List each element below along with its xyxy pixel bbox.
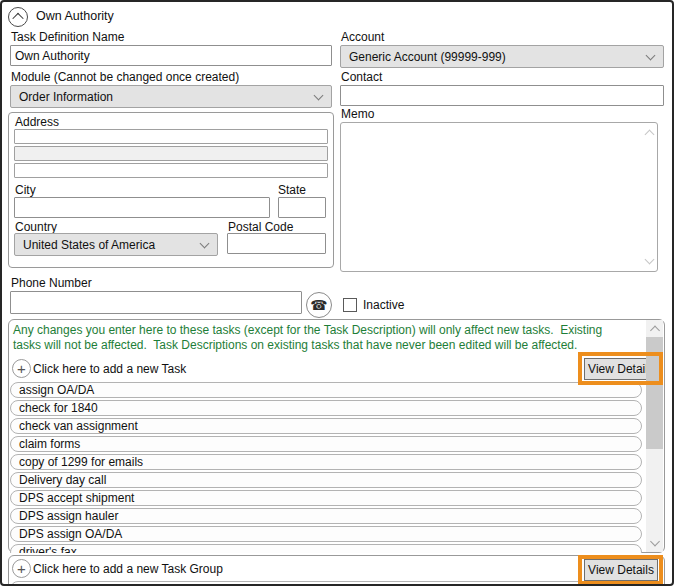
contact-input[interactable] <box>340 85 664 106</box>
task-name: check van assignment <box>19 419 138 433</box>
state-input[interactable] <box>278 197 326 218</box>
phone-number-label: Phone Number <box>11 277 92 290</box>
task-list-item[interactable]: DPS assign hauler <box>10 508 642 524</box>
task-list-item[interactable]: driver's fax <box>10 544 642 553</box>
task-name: DPS assign OA/DA <box>19 527 122 541</box>
task-list-item[interactable]: check for 1840 <box>10 400 642 416</box>
memo-textarea[interactable] <box>340 122 658 272</box>
contact-label: Contact <box>341 71 382 84</box>
task-name: check for 1840 <box>19 401 98 415</box>
country-selected-value: United States of America <box>23 238 155 252</box>
task-list-item[interactable]: DPS assign OA/DA <box>10 526 642 542</box>
add-task-label[interactable]: Click here to add a new Task <box>33 362 186 376</box>
task-name: driver's fax <box>19 545 77 553</box>
task-list-item[interactable]: claim forms <box>10 436 642 452</box>
postal-code-input[interactable] <box>227 233 326 254</box>
address-line3-input[interactable] <box>14 163 328 178</box>
inactive-checkbox[interactable] <box>343 298 357 312</box>
address-line1-input[interactable] <box>14 129 328 144</box>
task-name: DPS assign hauler <box>19 509 118 523</box>
country-select[interactable]: United States of America <box>14 233 218 256</box>
task-list-item[interactable]: Delivery day call <box>10 472 642 488</box>
scroll-up-icon[interactable] <box>645 130 655 140</box>
city-label: City <box>15 184 36 197</box>
task-list-scrollbar[interactable] <box>646 320 663 552</box>
task-definition-name-input[interactable] <box>10 45 332 66</box>
city-input[interactable] <box>14 197 270 218</box>
account-label: Account <box>341 31 384 44</box>
module-label: Module (Cannot be changed once created) <box>11 71 239 84</box>
add-task-group-button[interactable]: + <box>12 559 31 578</box>
tasks-notice-text: Any changes you enter here to these task… <box>13 323 629 353</box>
add-task-group-label[interactable]: Click here to add a new Task Group <box>33 562 223 576</box>
chevron-down-icon <box>314 90 324 100</box>
state-label: State <box>278 184 306 197</box>
task-name: assign OA/DA <box>19 383 94 397</box>
scrollbar-down-icon[interactable] <box>650 537 660 547</box>
module-select[interactable]: Order Information <box>10 85 332 108</box>
task-list-item[interactable]: check van assignment <box>10 418 642 434</box>
plus-icon: + <box>17 561 26 576</box>
phone-icon: ☎ <box>310 298 327 312</box>
task-name: claim forms <box>19 437 80 451</box>
task-list-item[interactable]: DPS accept shipment <box>10 490 642 506</box>
scrollbar-thumb[interactable] <box>646 337 663 449</box>
chevron-down-icon <box>200 238 210 248</box>
task-definition-name-label: Task Definition Name <box>11 31 124 44</box>
task-name: DPS accept shipment <box>19 491 134 505</box>
own-authority-panel: Own Authority Task Definition Name Modul… <box>0 0 674 586</box>
task-list-item[interactable]: copy of 1299 for emails <box>10 454 642 470</box>
module-selected-value: Order Information <box>19 90 113 104</box>
page-title: Own Authority <box>36 10 114 23</box>
address-label: Address <box>15 116 59 129</box>
task-name: Delivery day call <box>19 473 106 487</box>
scroll-down-icon[interactable] <box>645 255 655 265</box>
task-list: assign OA/DA check for 1840 check van as… <box>10 382 642 553</box>
inactive-label: Inactive <box>363 299 404 312</box>
account-selected-value: Generic Account (99999-999) <box>349 50 506 64</box>
phone-number-input[interactable] <box>10 291 302 314</box>
scrollbar-up-icon[interactable] <box>650 326 660 336</box>
collapse-expander-button[interactable] <box>8 7 28 27</box>
plus-icon: + <box>17 361 26 376</box>
dial-phone-button[interactable]: ☎ <box>306 292 332 318</box>
chevron-down-icon <box>646 50 656 60</box>
task-group-list-item-partial[interactable] <box>10 581 642 586</box>
task-list-item[interactable]: assign OA/DA <box>10 382 642 398</box>
account-select[interactable]: Generic Account (99999-999) <box>340 45 664 68</box>
task-group-view-details-button[interactable]: View Details <box>584 559 658 581</box>
memo-label: Memo <box>341 108 374 121</box>
task-name: copy of 1299 for emails <box>19 455 143 469</box>
add-task-button[interactable]: + <box>12 359 31 378</box>
chevron-up-icon <box>12 13 23 24</box>
address-line2-input[interactable] <box>14 146 328 161</box>
